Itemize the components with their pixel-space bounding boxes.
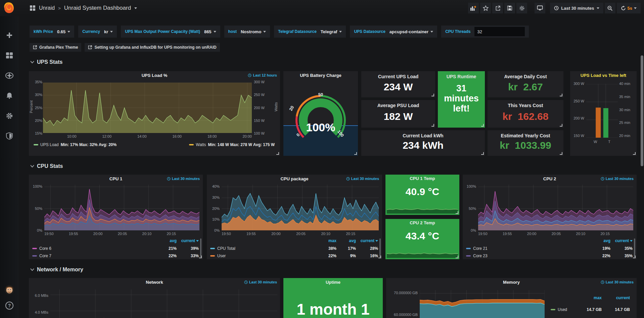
section-network-memory[interactable]: Network / Memory: [30, 267, 83, 273]
panel-title[interactable]: CPU 1 Temp: [385, 175, 459, 183]
legend-series-name[interactable]: UPS Load: [40, 142, 59, 147]
ups-load-chart[interactable]: [43, 83, 252, 133]
legend-scrollbar[interactable]: [634, 238, 635, 257]
axis-tick-label: 20:00: [527, 232, 537, 236]
title-caret-icon[interactable]: [134, 7, 137, 9]
panel-title[interactable]: Uptime: [283, 278, 383, 287]
variable-value-dropdown[interactable]: Nostromo: [241, 29, 266, 34]
y-axis-left: 100%50%0%: [30, 185, 42, 232]
link-ups-monitoring-guide[interactable]: Setting up Grafana and InfluxDB for UPS …: [85, 43, 220, 52]
star-button[interactable]: [480, 3, 491, 13]
section-ups-stats[interactable]: UPS Stats: [30, 59, 62, 65]
legend-sort-avg[interactable]: avg: [336, 238, 356, 243]
memory-chart[interactable]: [420, 290, 545, 318]
dashboards-icon[interactable]: [4, 50, 14, 60]
ups-vs-time-bars[interactable]: [586, 84, 618, 138]
stat-title[interactable]: Current Load kWh: [361, 133, 485, 138]
legend-series-name[interactable]: Watts: [196, 142, 206, 147]
user-avatar[interactable]: [4, 285, 14, 295]
add-panel-button[interactable]: [468, 3, 479, 13]
settings-gear-button[interactable]: [516, 3, 527, 13]
legend-scrollbar[interactable]: [379, 238, 381, 257]
cycle-view-monitor-button[interactable]: [535, 3, 545, 13]
panel-time-override[interactable]: Last 30 minutes: [244, 280, 277, 284]
template-variables-row: kWh Price 0.65 Currency kr UPS Max Outpu…: [30, 26, 529, 38]
panel-title[interactable]: Memory: [386, 278, 637, 287]
panel-title[interactable]: UPS Battery Charge: [283, 71, 358, 80]
panel-time-override[interactable]: Last 30 minutes: [601, 280, 634, 284]
stat-title[interactable]: Average Daily Cost: [488, 74, 563, 79]
share-button[interactable]: [492, 3, 503, 13]
axis-tick-label: 20:05: [296, 232, 306, 236]
link-grafana-plex-theme[interactable]: Grafana Plex Theme: [30, 43, 81, 52]
cpu1-chart[interactable]: [44, 185, 199, 230]
x-axis: 10:0012:0014:0016:0018:0020:00: [43, 134, 252, 138]
panel-title[interactable]: UPS Load %: [29, 71, 280, 80]
create-plus-icon[interactable]: [4, 30, 14, 40]
stat-title[interactable]: UPS Runtime: [438, 74, 485, 79]
page-scrollbar[interactable]: [641, 55, 643, 166]
legend-row: CPU Total 38% 17% 28%: [210, 245, 378, 252]
cpu-threads-input[interactable]: [474, 27, 525, 36]
breadcrumb-root[interactable]: Unraid: [39, 5, 55, 11]
axis-tick-label: 20:00: [271, 232, 281, 236]
legend-swatch: [189, 144, 194, 145]
stat-title[interactable]: Average PSU Load: [361, 103, 435, 108]
grafana-logo[interactable]: [3, 2, 15, 14]
x-axis: 19:5019:5520:0020:0520:1020:15: [478, 232, 633, 236]
panel-time-override[interactable]: Last 30 minutes: [601, 177, 634, 181]
page-title[interactable]: Unraid System Dashboard: [64, 5, 131, 11]
axis-tick-label: 20:00: [242, 134, 252, 138]
stat-title[interactable]: This Years Cost: [488, 103, 563, 108]
legend-sort-current[interactable]: current: [610, 238, 633, 243]
panel-time-override[interactable]: Last 30 minutes: [346, 177, 379, 181]
network-chart[interactable]: [50, 289, 277, 318]
stat-value: 182 W: [361, 111, 435, 122]
legend-swatch: [34, 144, 38, 145]
variable-value-dropdown[interactable]: apcupsd-container: [389, 29, 433, 34]
left-sidebar: ?: [0, 0, 19, 318]
variable-value-dropdown[interactable]: 0.65: [57, 29, 70, 34]
panel-title[interactable]: Network: [29, 278, 280, 287]
explore-compass-icon[interactable]: [4, 71, 14, 81]
legend-sort-max[interactable]: max: [578, 296, 602, 300]
variable-value-dropdown[interactable]: Telegraf: [321, 29, 342, 34]
legend-sort-current[interactable]: current: [602, 296, 630, 300]
save-button[interactable]: [504, 3, 515, 13]
section-cpu-stats[interactable]: CPU Stats: [30, 163, 63, 169]
variable-ups-max-output: UPS Max Output Power Capacity (Watt) 865: [121, 26, 220, 38]
help-icon[interactable]: ?: [4, 301, 14, 311]
variable-value-dropdown[interactable]: kr: [104, 29, 113, 34]
panel-time-override[interactable]: Last 12 hours: [248, 73, 277, 77]
gauge-value: 100%: [283, 121, 358, 134]
stat-title[interactable]: Current UPS Load: [361, 74, 435, 79]
dashboards-grid-icon[interactable]: [30, 5, 36, 11]
battery-gauge[interactable]: [287, 92, 354, 146]
panel-time-override[interactable]: Last 30 minutes: [167, 177, 200, 181]
alerting-bell-icon[interactable]: [4, 91, 14, 101]
legend-header-row: max current: [551, 295, 630, 301]
time-range-picker[interactable]: Last 30 minutes: [550, 3, 603, 13]
legend-scrollbar[interactable]: [200, 238, 201, 257]
stat-title[interactable]: Estimated Yearly Cost: [488, 133, 563, 138]
stat-value: kr 2.67: [488, 81, 563, 93]
cpu-package-chart[interactable]: [222, 185, 379, 230]
stat-value-line: minutes: [438, 93, 485, 103]
legend-sort-avg[interactable]: avg: [157, 238, 177, 243]
panel-title[interactable]: UPS Load vs Time left: [570, 71, 637, 80]
zoom-out-button[interactable]: [605, 3, 615, 13]
panel-current-ups-load: Current UPS Load 234 W: [361, 71, 435, 97]
legend-header-row: avg current: [466, 238, 633, 244]
server-admin-shield-icon[interactable]: [4, 131, 14, 141]
configuration-gear-icon[interactable]: [4, 111, 14, 121]
legend-sort-current[interactable]: current: [356, 238, 378, 243]
legend-sort-max[interactable]: max: [317, 238, 336, 243]
axis-tick-label: 30%: [32, 93, 42, 97]
cpu2-chart[interactable]: [478, 185, 633, 230]
panel-title[interactable]: CPU 2 Temp: [385, 219, 459, 227]
legend-sort-avg[interactable]: avg: [591, 238, 610, 243]
y-axis-right: 300 W250 W200 W150 W100 W: [254, 80, 269, 135]
refresh-picker[interactable]: 5s: [617, 3, 641, 13]
variable-value-dropdown[interactable]: 865: [204, 29, 216, 34]
legend-sort-current[interactable]: current: [177, 238, 199, 243]
